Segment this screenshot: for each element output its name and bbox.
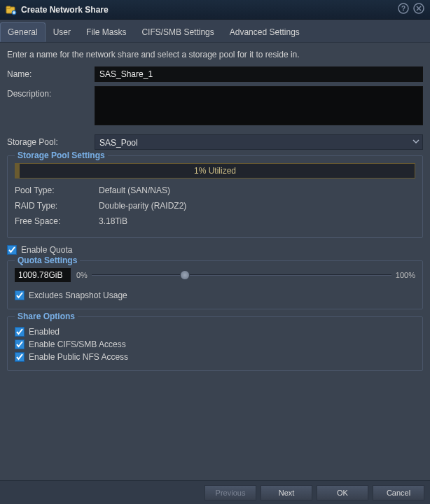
share-enabled-row: Enabled <box>15 327 415 337</box>
nfs-access-row: Enable Public NFS Access <box>15 352 415 362</box>
footer: Previous Next OK Cancel <box>0 480 430 504</box>
nfs-access-checkbox[interactable] <box>15 352 25 362</box>
quota-settings-legend: Quota Settings <box>15 255 80 265</box>
description-label: Description: <box>7 86 95 99</box>
utilization-fill <box>15 164 20 178</box>
raid-type-label: RAID Type: <box>15 201 99 211</box>
help-icon[interactable]: ? <box>398 3 409 16</box>
name-label: Name: <box>7 66 95 79</box>
svg-rect-1 <box>6 6 11 8</box>
share-folder-icon <box>6 4 17 15</box>
row-storage-pool: Storage Pool: SAS_Pool <box>7 134 423 150</box>
share-enabled-checkbox[interactable] <box>15 327 25 337</box>
description-input[interactable] <box>95 86 423 125</box>
storage-pool-label: Storage Pool: <box>7 134 95 147</box>
next-button[interactable]: Next <box>261 485 312 500</box>
slider-thumb[interactable] <box>180 270 190 280</box>
titlebar-left: Create Network Share <box>6 4 109 15</box>
quota-row: 0% 100% <box>15 268 415 282</box>
pool-type-label: Pool Type: <box>15 186 99 195</box>
utilization-label: 1% Utilized <box>194 166 236 176</box>
ok-button[interactable]: OK <box>317 485 368 500</box>
quota-value-input[interactable] <box>15 268 71 282</box>
dialog-window: Create Network Share ? General User File… <box>0 0 430 504</box>
tab-cifs-smb-settings[interactable]: CIFS/SMB Settings <box>134 22 221 42</box>
tab-user[interactable]: User <box>46 22 78 42</box>
content-area: Enter a name for the network share and s… <box>0 43 430 480</box>
fieldset-storage-pool-settings: Storage Pool Settings 1% Utilized Pool T… <box>7 155 423 238</box>
raid-type-value: Double-parity (RAIDZ2) <box>99 201 186 211</box>
window-title: Create Network Share <box>21 5 109 15</box>
storage-pool-settings-legend: Storage Pool Settings <box>15 150 108 160</box>
storage-pool-select[interactable]: SAS_Pool <box>95 134 423 150</box>
name-input[interactable] <box>95 66 423 82</box>
excludes-snapshot-label[interactable]: Excludes Snapshot Usage <box>29 290 127 300</box>
cifs-access-label[interactable]: Enable CIFS/SMB Access <box>29 340 126 349</box>
close-icon[interactable] <box>413 3 424 16</box>
cifs-access-row: Enable CIFS/SMB Access <box>15 340 415 349</box>
slider-track <box>92 274 391 276</box>
free-space-label: Free Space: <box>15 216 99 226</box>
previous-button[interactable]: Previous <box>204 485 256 500</box>
slider-max-label: 100% <box>396 271 415 279</box>
excludes-snapshot-checkbox[interactable] <box>15 290 25 300</box>
svg-text:?: ? <box>401 5 405 13</box>
titlebar: Create Network Share ? <box>0 0 430 20</box>
quota-slider[interactable] <box>92 270 391 280</box>
share-options-legend: Share Options <box>15 312 78 321</box>
enable-quota-checkbox[interactable] <box>7 245 17 255</box>
tab-bar: General User File Masks CIFS/SMB Setting… <box>0 20 430 43</box>
cifs-access-checkbox[interactable] <box>15 340 25 349</box>
tab-general[interactable]: General <box>0 22 46 42</box>
nfs-access-label[interactable]: Enable Public NFS Access <box>29 352 128 362</box>
enable-quota-row: Enable Quota <box>7 245 423 255</box>
fieldset-quota-settings: Quota Settings 0% 100% Excludes Snapshot… <box>7 260 423 309</box>
tab-file-masks[interactable]: File Masks <box>78 22 134 42</box>
slider-min-label: 0% <box>76 271 88 279</box>
titlebar-controls: ? <box>398 3 424 16</box>
row-name: Name: <box>7 66 423 82</box>
excludes-snapshot-row: Excludes Snapshot Usage <box>15 290 415 300</box>
free-space-value: 3.18TiB <box>99 216 127 226</box>
row-description: Description: <box>7 86 423 127</box>
utilization-bar: 1% Utilized <box>15 163 415 178</box>
enable-quota-label[interactable]: Enable Quota <box>21 245 72 255</box>
fieldset-share-options: Share Options Enabled Enable CIFS/SMB Ac… <box>7 316 423 371</box>
share-enabled-label[interactable]: Enabled <box>29 327 60 337</box>
pool-type-value: Default (SAN/NAS) <box>99 186 170 195</box>
instructions-text: Enter a name for the network share and s… <box>7 50 423 59</box>
cancel-button[interactable]: Cancel <box>373 485 424 500</box>
tab-advanced-settings[interactable]: Advanced Settings <box>222 22 307 42</box>
